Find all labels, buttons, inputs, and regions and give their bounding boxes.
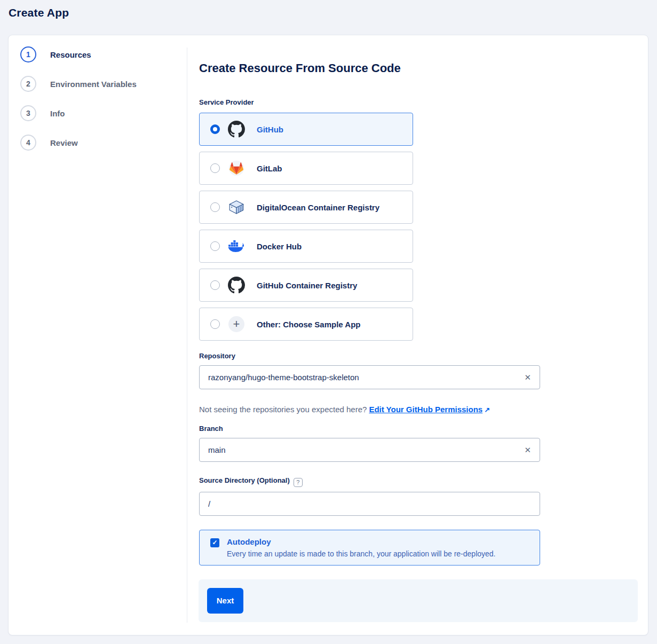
radio-button xyxy=(210,202,220,212)
repository-field-label: Repository xyxy=(199,352,648,360)
autodeploy-label: Autodeploy xyxy=(227,537,496,547)
provider-option-docker-hub[interactable]: Docker Hub xyxy=(199,230,413,263)
provider-label: GitLab xyxy=(257,164,282,173)
source-directory-section: Source Directory (Optional)? xyxy=(199,476,648,516)
permissions-help-question: Not seeing the repositories you expected… xyxy=(199,405,367,414)
step-item-resources[interactable]: 1 Resources xyxy=(9,46,187,62)
provider-option-github-container-registry[interactable]: GitHub Container Registry xyxy=(199,269,413,302)
step-number-badge: 3 xyxy=(20,105,36,121)
step-item-info[interactable]: 3 Info xyxy=(9,105,187,121)
page-title: Create App xyxy=(9,6,69,19)
footer-bar: Next xyxy=(199,579,638,622)
autodeploy-description: Every time an update is made to this bra… xyxy=(227,549,496,559)
source-directory-input-wrapper xyxy=(199,492,540,516)
github-icon xyxy=(228,277,245,294)
provider-label: Other: Choose Sample App xyxy=(257,320,360,329)
repository-input-wrapper: ✕ xyxy=(199,365,540,389)
step-label: Info xyxy=(50,109,65,118)
next-button[interactable]: Next xyxy=(207,588,243,614)
service-provider-label: Service Provider xyxy=(199,98,648,107)
radio-button xyxy=(210,319,220,329)
autodeploy-checkbox[interactable]: ✓ xyxy=(210,538,219,547)
provider-label: GitHub xyxy=(257,125,283,134)
plus-icon: + xyxy=(228,316,245,333)
autodeploy-callout: ✓ Autodeploy Every time an update is mad… xyxy=(199,530,540,566)
repository-section: Repository ✕ xyxy=(199,352,648,389)
edit-github-permissions-link[interactable]: Edit Your GitHub Permissions xyxy=(369,405,482,414)
branch-input-wrapper: ✕ xyxy=(199,438,540,462)
service-provider-options: GitHub GitLab xyxy=(199,113,413,341)
provider-option-github[interactable]: GitHub xyxy=(199,113,413,146)
step-number-badge: 1 xyxy=(20,46,36,62)
clear-icon[interactable]: ✕ xyxy=(520,373,531,381)
digitalocean-registry-icon xyxy=(228,199,245,216)
radio-button xyxy=(210,163,220,173)
branch-section: Branch ✕ xyxy=(199,425,648,462)
provider-label: GitHub Container Registry xyxy=(257,281,357,290)
step-label: Environment Variables xyxy=(50,80,137,89)
clear-icon[interactable]: ✕ xyxy=(520,446,531,454)
create-app-card: 1 Resources 2 Environment Variables 3 In… xyxy=(8,35,648,635)
stepper: 1 Resources 2 Environment Variables 3 In… xyxy=(9,35,187,635)
radio-button xyxy=(210,124,220,134)
step-number-badge: 4 xyxy=(20,135,36,151)
radio-button xyxy=(210,241,220,251)
github-icon xyxy=(228,121,245,138)
stepper-content-divider xyxy=(187,48,187,623)
step-label: Resources xyxy=(50,50,91,59)
branch-field-label: Branch xyxy=(199,425,648,433)
provider-label: DigitalOcean Container Registry xyxy=(257,203,379,212)
permissions-help-text: Not seeing the repositories you expected… xyxy=(199,405,648,414)
provider-option-other-sample-app[interactable]: + Other: Choose Sample App xyxy=(199,308,413,341)
gitlab-icon xyxy=(228,160,245,177)
resource-form: Create Resource From Source Code Service… xyxy=(187,35,648,635)
provider-option-gitlab[interactable]: GitLab xyxy=(199,152,413,185)
radio-button xyxy=(210,280,220,290)
step-item-environment-variables[interactable]: 2 Environment Variables xyxy=(9,76,187,92)
content-heading: Create Resource From Source Code xyxy=(199,61,648,76)
docker-icon xyxy=(228,238,245,255)
provider-option-digitalocean-container-registry[interactable]: DigitalOcean Container Registry xyxy=(199,191,413,224)
external-link-icon: ↗ xyxy=(484,406,490,414)
repository-input[interactable] xyxy=(208,373,520,382)
source-directory-input[interactable] xyxy=(208,499,531,508)
branch-input[interactable] xyxy=(208,445,520,454)
provider-label: Docker Hub xyxy=(257,242,302,251)
source-directory-label: Source Directory (Optional)? xyxy=(199,476,648,487)
step-label: Review xyxy=(50,138,78,147)
help-icon[interactable]: ? xyxy=(294,478,303,487)
step-item-review[interactable]: 4 Review xyxy=(9,135,187,151)
step-number-badge: 2 xyxy=(20,76,36,92)
